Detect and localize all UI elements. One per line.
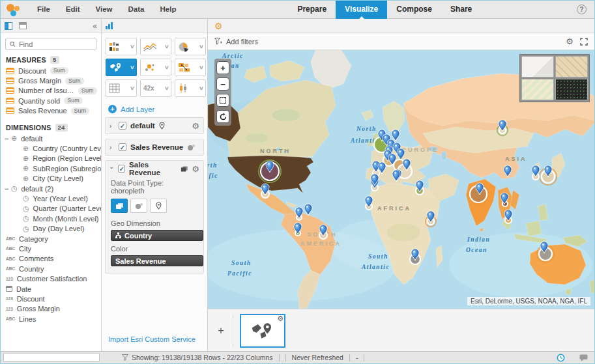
dimension-item[interactable]: ⊕Region (Region Level)	[1, 154, 101, 163]
choropleth-toggle[interactable]	[111, 199, 128, 213]
viz-settings-gear-icon[interactable]: ⚙	[214, 21, 223, 31]
comment-icon[interactable]	[579, 354, 588, 361]
dimension-item[interactable]: ABCComments	[1, 254, 101, 264]
measure-item[interactable]: Number of Issues re...Sum	[1, 86, 101, 96]
dimension-item[interactable]: ◷Day (Day Level)	[1, 223, 101, 233]
status-filter-input[interactable]	[3, 353, 100, 362]
tree-collapse-icon[interactable]: −	[5, 135, 11, 143]
geo-dimension-chip[interactable]: Country	[111, 230, 203, 241]
dimension-item[interactable]: ⊕Country (Country Level)	[1, 143, 101, 153]
tab-share[interactable]: Share	[441, 1, 481, 19]
import-esri-link[interactable]: Import Esri Custom Service	[108, 335, 196, 343]
chart-type-pie[interactable]: ∨	[175, 38, 206, 55]
dimension-item[interactable]: 123Gross Margin	[1, 304, 101, 314]
chevron-down-icon: ∨	[164, 64, 169, 70]
menu-data[interactable]: Data	[121, 1, 152, 18]
collapse-chevron-icon[interactable]: ›	[108, 166, 115, 171]
dimension-item[interactable]: −◷default (2)	[1, 184, 101, 193]
viz-thumbnail-selected[interactable]: ⚙	[240, 314, 285, 348]
data-panel-icon[interactable]	[5, 22, 12, 30]
layer-default[interactable]: › ✓ default ⚙	[105, 117, 204, 134]
find-box[interactable]	[5, 38, 96, 50]
layer-settings-gear-icon[interactable]: ⚙	[192, 165, 199, 173]
add-filters-label[interactable]: Add filters	[226, 38, 258, 46]
dimension-item[interactable]: ABCCountry	[1, 264, 101, 273]
chart-type-geo[interactable]: ∨	[106, 59, 137, 76]
expand-chevron-icon[interactable]: ›	[109, 122, 115, 130]
layer-sales-revenue-bubble[interactable]: › ✓ Sales Revenue	[105, 139, 204, 156]
maximize-icon[interactable]	[580, 38, 588, 46]
dimension-item[interactable]: −⊕default	[1, 133, 101, 143]
measure-item[interactable]: Gross MarginSum	[1, 76, 101, 85]
window-panel-icon[interactable]	[19, 22, 27, 29]
dimension-item[interactable]: 123Customer Satisfaction	[1, 273, 101, 283]
layer-checkbox[interactable]: ✓	[119, 122, 126, 130]
menu-file[interactable]: File	[29, 1, 58, 18]
thumbnail-gear-icon[interactable]: ⚙	[277, 315, 283, 322]
chart-type-crosstab[interactable]: ∨	[106, 79, 137, 97]
chart-type-scatter[interactable]: ∨	[140, 59, 171, 76]
layer-settings-gear-icon[interactable]: ⚙	[192, 122, 199, 130]
data-sidebar: « MEASURES 5 DiscountSumGross MarginSumN…	[1, 19, 102, 351]
reset-view-button[interactable]	[216, 110, 229, 123]
basemap-light-gray[interactable]	[521, 56, 554, 77]
add-visualization-button[interactable]: +	[212, 324, 230, 337]
dimension-item[interactable]: ⊕City (City Level)	[1, 174, 101, 184]
chart-settings-gear-icon[interactable]: ⚙	[566, 37, 573, 46]
map-label: North	[356, 126, 377, 132]
basemap-streets-beige[interactable]	[555, 56, 588, 77]
clock-icon: ◷	[23, 195, 29, 202]
measure-item[interactable]: Quantity soldSum	[1, 96, 101, 105]
basemap-streets[interactable]	[521, 79, 554, 100]
chart-type-heatmap[interactable]: ∨	[175, 59, 206, 76]
box-select-button[interactable]	[216, 94, 229, 107]
color-chip[interactable]: Sales Revenue	[111, 255, 203, 266]
bubble-toggle[interactable]	[130, 199, 147, 213]
zoom-out-button[interactable]: −	[216, 77, 229, 91]
dimension-item[interactable]: ◷Month (Month Level)	[1, 214, 101, 223]
menu-help[interactable]: Help	[152, 1, 184, 18]
help-icon[interactable]: ?	[577, 5, 587, 14]
geo-dimension-value: Country	[124, 232, 152, 240]
tree-collapse-icon[interactable]: −	[5, 185, 11, 193]
reset-icon	[219, 113, 227, 121]
layer-sales-revenue-choropleth[interactable]: › ✓ Sales Revenue ⚙ Data Point Type: cho…	[105, 160, 204, 273]
bubble-type-icon	[187, 144, 196, 151]
menu-view[interactable]: View	[88, 1, 121, 18]
measure-label: Discount	[18, 67, 46, 75]
measure-item[interactable]: DiscountSum	[1, 66, 101, 76]
dimension-item[interactable]: ABCLines	[1, 314, 101, 324]
chart-type-bar[interactable]: ∨	[106, 38, 137, 55]
marker-toggle[interactable]	[150, 199, 167, 213]
add-layer-button[interactable]: + Add Layer	[102, 100, 207, 117]
measure-item[interactable]: Sales RevenueSum	[1, 106, 101, 116]
basemap-dark[interactable]	[555, 79, 588, 100]
dimension-item[interactable]: ABCCity	[1, 244, 101, 253]
refresh-time-icon[interactable]	[557, 354, 565, 362]
measures-header[interactable]: MEASURES 5	[1, 53, 101, 66]
chart-type-boxplot[interactable]: ∨	[175, 79, 206, 97]
dimension-item[interactable]: ◷Year (Year Level)	[1, 193, 101, 203]
dimensions-header[interactable]: DIMENSIONS 24	[1, 121, 101, 133]
tab-prepare[interactable]: Prepare	[288, 1, 336, 19]
dimension-item[interactable]: 123Discount	[1, 294, 101, 303]
layer-checkbox[interactable]: ✓	[118, 165, 125, 173]
menu-edit[interactable]: Edit	[58, 1, 88, 18]
visualization-gallery: + ⚙	[208, 309, 594, 352]
geo-map[interactable]: ArcticOceanNorthPacificNorthAtlanticSout…	[208, 50, 594, 309]
tab-visualize[interactable]: Visualize	[336, 1, 387, 19]
expand-chevron-icon[interactable]: ›	[109, 144, 115, 151]
collapse-panel-icon[interactable]: «	[93, 21, 97, 31]
dimension-item[interactable]: Date	[1, 284, 101, 294]
tab-compose[interactable]: Compose	[387, 1, 441, 19]
chart-type-numeric[interactable]: 42x ∨	[140, 79, 171, 97]
chart-type-line[interactable]: ∨	[140, 38, 171, 55]
layer-checkbox[interactable]: ✓	[119, 143, 126, 151]
chevron-down-icon: ∨	[164, 85, 169, 91]
find-input[interactable]	[19, 40, 92, 48]
geo-map-icon	[109, 62, 123, 73]
zoom-in-button[interactable]: +	[216, 61, 229, 74]
dimension-item[interactable]: ⊕SubRegion (Subregion ...	[1, 163, 101, 173]
dimension-item[interactable]: ABCCategory	[1, 234, 101, 244]
dimension-item[interactable]: ◷Quarter (Quarter Level)	[1, 204, 101, 214]
